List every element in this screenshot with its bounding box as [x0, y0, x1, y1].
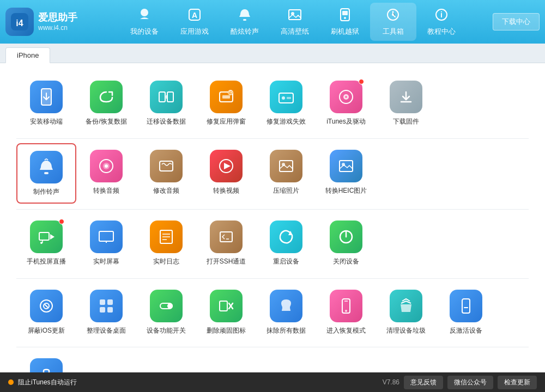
tool-row-4: 访问限制: [16, 352, 529, 372]
backup-icon: [90, 81, 123, 113]
recovery-mode-label: 进入恢复模式: [326, 327, 366, 335]
repair-game-icon: [270, 81, 302, 113]
tool-item-remove-icon[interactable]: 删除顽固图标: [196, 283, 256, 342]
compress-photo-label: 压缩照片: [273, 187, 299, 195]
download-firmware-label: 下载固件: [393, 118, 419, 126]
tool-item-compress-photo[interactable]: 压缩照片: [256, 143, 316, 204]
tool-item-real-screen[interactable]: 实时屏幕: [76, 214, 136, 273]
svg-rect-18: [167, 92, 173, 102]
tool-item-access-limit[interactable]: 访问限制: [16, 352, 76, 372]
real-screen-icon: [90, 220, 123, 253]
clean-junk-label: 清理设备垃圾: [386, 327, 426, 335]
tool-item-device-switch[interactable]: 设备功能开关: [136, 283, 196, 342]
tool-item-convert-video[interactable]: 转换视频: [196, 143, 256, 204]
app-game-icon: A: [187, 7, 202, 24]
svg-rect-17: [159, 92, 165, 102]
svg-point-28: [345, 96, 347, 98]
wechat-button[interactable]: 微信公众号: [447, 376, 493, 389]
ssh-label: 打开SSH通道: [207, 258, 246, 266]
tool-item-convert-heic[interactable]: 转换HEIC图片: [316, 143, 376, 204]
svg-rect-66: [220, 301, 227, 311]
wipe-data-label: 抹除所有数据: [267, 327, 306, 335]
status-text: 阻止iTunes自动运行: [18, 378, 77, 387]
nav-item-jailbreak[interactable]: 刷机越狱: [320, 3, 370, 41]
itunes-driver-icon: [330, 81, 362, 113]
edit-audio-label: 修改音频: [153, 187, 179, 195]
nav-item-tutorial[interactable]: i 教程中心: [416, 3, 467, 41]
edit-audio-icon: [150, 150, 183, 182]
feedback-button[interactable]: 意见反馈: [404, 376, 443, 389]
tool-row-0: 安装移动端备份/恢复数据迁移设备数据ID修复应用弹窗修复游戏失效iTunes及驱…: [16, 74, 529, 133]
logo-icon: i4: [5, 8, 34, 36]
migrate-icon: [150, 81, 183, 113]
tool-item-repair-popup[interactable]: ID修复应用弹窗: [196, 74, 256, 133]
tool-item-install-app[interactable]: 安装移动端: [16, 74, 76, 133]
toolbox-icon: [385, 7, 401, 24]
tool-item-download-firmware[interactable]: 下载固件: [376, 74, 436, 133]
svg-rect-25: [287, 97, 291, 99]
ringtone-label: 酷炫铃声: [231, 27, 259, 36]
tool-row-1: 制作铃声转换音频修改音频转换视频压缩照片转换HEIC图片: [16, 143, 529, 204]
ssh-icon: [210, 220, 243, 253]
ringtone-icon: [237, 7, 252, 24]
tool-item-restart[interactable]: 重启设备: [256, 214, 316, 273]
tool-item-real-log[interactable]: 实时日志: [136, 214, 196, 273]
update-button[interactable]: 检查更新: [498, 376, 537, 389]
tool-item-shutdown[interactable]: 关闭设备: [316, 214, 376, 273]
tool-item-wipe-data[interactable]: 抹除所有数据: [256, 283, 316, 342]
tool-item-itunes-driver[interactable]: iTunes及驱动: [316, 74, 376, 133]
svg-rect-45: [99, 231, 113, 241]
real-log-label: 实时日志: [153, 258, 179, 266]
nav-item-ringtone[interactable]: 酷炫铃声: [220, 3, 270, 41]
svg-point-70: [345, 310, 347, 312]
tool-item-recovery-mode[interactable]: 进入恢复模式: [316, 283, 376, 342]
download-firmware-icon: [390, 81, 422, 113]
tool-item-organize-desktop[interactable]: 整理设备桌面: [76, 283, 136, 342]
tool-item-convert-audio[interactable]: 转换音频: [76, 143, 136, 204]
app-game-label: 应用游戏: [180, 27, 209, 36]
header-right: 下载中心: [493, 13, 540, 30]
convert-audio-label: 转换音频: [93, 187, 119, 195]
tool-item-repair-game[interactable]: 修复游戏失效: [256, 74, 316, 133]
organize-desktop-icon: [90, 290, 123, 322]
tool-item-migrate[interactable]: 迁移设备数据: [136, 74, 196, 133]
nav-item-app-game[interactable]: A 应用游戏: [169, 3, 220, 41]
svg-point-10: [344, 17, 346, 19]
nav-item-my-device[interactable]: 我的设备: [119, 3, 169, 41]
download-center-button[interactable]: 下载中心: [493, 13, 540, 30]
divider-3: [16, 347, 529, 347]
tool-item-edit-audio[interactable]: 修改音频: [136, 143, 196, 204]
app-url: www.i4.cn: [38, 24, 77, 33]
main-content: 安装移动端备份/恢复数据迁移设备数据ID修复应用弹窗修复游戏失效iTunes及驱…: [0, 63, 545, 372]
deactivate-icon: [450, 290, 482, 322]
svg-point-65: [167, 303, 173, 309]
tool-item-ssh[interactable]: 打开SSH通道: [196, 214, 256, 273]
organize-desktop-label: 整理设备桌面: [87, 327, 126, 335]
tool-item-deactivate[interactable]: 反激活设备: [436, 283, 496, 342]
tool-item-backup[interactable]: 备份/恢复数据: [76, 74, 136, 133]
svg-text:i: i: [440, 10, 443, 19]
nav-item-toolbox[interactable]: 工具箱: [370, 3, 416, 41]
tool-row-2: 手机投屏直播实时屏幕实时日志打开SSH通道重启设备关闭设备: [16, 214, 529, 273]
deactivate-label: 反激活设备: [450, 327, 482, 335]
nav-item-wallpaper[interactable]: 高清壁纸: [270, 3, 320, 41]
device-switch-icon: [150, 290, 183, 322]
convert-video-label: 转换视频: [213, 187, 239, 195]
block-update-icon: [30, 290, 63, 322]
install-app-label: 安装移动端: [30, 118, 63, 126]
divider-2: [16, 278, 529, 279]
svg-rect-20: [222, 95, 230, 99]
my-device-label: 我的设备: [130, 27, 159, 36]
tool-item-clean-junk[interactable]: 清理设备垃圾: [376, 283, 436, 342]
tool-item-make-ringtone[interactable]: 制作铃声: [16, 143, 76, 204]
svg-point-12: [392, 14, 394, 16]
tutorial-icon: i: [434, 7, 449, 24]
tool-item-block-update[interactable]: 屏蔽iOS更新: [16, 283, 76, 342]
iphone-tab[interactable]: iPhone: [5, 47, 50, 63]
convert-video-icon: [210, 150, 243, 182]
svg-point-24: [282, 96, 285, 100]
itunes-driver-badge: [359, 79, 364, 84]
repair-game-label: 修复游戏失效: [267, 118, 306, 126]
access-limit-icon: [30, 358, 63, 372]
tool-item-screen-cast[interactable]: 手机投屏直播: [16, 214, 76, 273]
